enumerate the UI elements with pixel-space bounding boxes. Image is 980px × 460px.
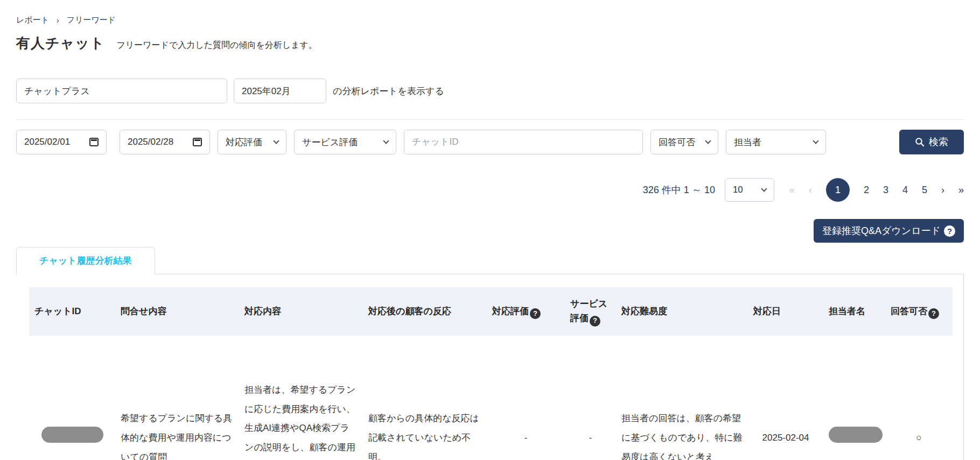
page-title: 有人チャット — [16, 34, 104, 53]
cell-date: 2025-02-04 — [748, 336, 823, 460]
agent-select[interactable]: 担当者 — [726, 130, 826, 154]
search-button[interactable]: 検索 — [899, 130, 964, 154]
table-row: 希望するプランに関する具体的な費用や運用内容についての質問 担当者は、希望するプ… — [29, 336, 953, 460]
chat-id-input[interactable] — [404, 130, 643, 154]
redacted-agent-name — [829, 427, 883, 443]
page-size-select-value: 10 — [733, 185, 743, 195]
pager-last-button[interactable]: » — [958, 185, 964, 196]
breadcrumb-reports-link[interactable]: レポート — [16, 15, 49, 25]
search-button-label: 検索 — [929, 136, 948, 148]
col-header-response-rating: 対応評価? — [487, 287, 565, 336]
download-button-label: 登録推奨Q&Aダウンロード — [822, 224, 941, 237]
col-header-difficulty: 対応難易度 — [616, 287, 748, 336]
col-header-inquiry: 問合せ内容 — [115, 287, 239, 336]
date-to-input[interactable]: 2025/02/28 — [120, 130, 210, 154]
tab-bar: チャット履歴分析結果 — [16, 247, 964, 274]
help-icon[interactable]: ? — [944, 225, 955, 237]
answerable-select[interactable]: 回答可否 — [650, 130, 718, 154]
help-icon[interactable]: ? — [590, 316, 600, 327]
pager-page-3[interactable]: 3 — [883, 185, 888, 196]
date-from-value: 2025/02/01 — [24, 137, 70, 147]
cell-response-rating: - — [487, 336, 565, 460]
analysis-table: チャットID 問合せ内容 対応内容 対応後の顧客の反応 対応評価? サービス評価… — [29, 287, 953, 460]
pager-prev-button[interactable]: ‹ — [809, 185, 812, 196]
month-input[interactable] — [234, 79, 326, 103]
breadcrumb-freeword-link[interactable]: フリーワード — [67, 15, 116, 25]
help-icon[interactable]: ? — [530, 308, 541, 319]
analysis-table-container: チャットID 問合せ内容 対応内容 対応後の顧客の反応 対応評価? サービス評価… — [16, 274, 964, 460]
redacted-chat-id — [41, 427, 103, 443]
help-icon[interactable]: ? — [928, 308, 939, 319]
cell-difficulty: 担当者の回答は、顧客の希望に基づくものであり、特に難易度は高くないと考え — [616, 336, 748, 460]
pager-next-button[interactable]: › — [941, 185, 944, 196]
calendar-icon[interactable] — [89, 138, 99, 146]
cell-response: 担当者は、希望するプランに応じた費用案内を行い、生成AI連携やQA検索プランの説… — [239, 336, 363, 460]
agent-select-value: 担当者 — [734, 136, 761, 148]
pager: « ‹ 1 2 3 4 5 › » — [789, 178, 964, 202]
chevron-down-icon — [383, 138, 389, 144]
cell-chat-id — [29, 336, 115, 460]
breadcrumb-separator-icon: › — [57, 16, 59, 25]
cell-agent-name — [823, 336, 885, 460]
service-rating-select-value: サービス評価 — [302, 136, 358, 148]
report-page: レポート › フリーワード 有人チャット フリーワードで入力した質問の傾向を分析… — [0, 0, 980, 460]
pagination-row: 326 件中 1 ～ 10 10 « ‹ 1 2 3 4 5 › » — [16, 178, 964, 202]
service-rating-select[interactable]: サービス評価 — [294, 130, 396, 154]
response-rating-select-value: 対応評価 — [226, 136, 262, 148]
date-to-value: 2025/02/28 — [128, 137, 173, 147]
chevron-down-icon — [761, 186, 767, 192]
breadcrumb: レポート › フリーワード — [16, 15, 964, 25]
download-row: 登録推奨Q&Aダウンロード ? — [16, 219, 964, 243]
pager-first-button[interactable]: « — [789, 185, 795, 196]
selector-suffix-text: の分析レポートを表示する — [333, 85, 444, 97]
cell-customer-reaction: 顧客からの具体的な反応は記載されていないため不明。 — [363, 336, 487, 460]
tab-chat-history-analysis[interactable]: チャット履歴分析結果 — [16, 247, 155, 274]
chevron-down-icon — [705, 138, 711, 144]
report-selector-row: の分析レポートを表示する — [16, 79, 964, 103]
response-rating-select[interactable]: 対応評価 — [218, 130, 286, 154]
answerable-select-value: 回答可否 — [659, 136, 695, 148]
cell-service-rating: - — [565, 336, 616, 460]
table-header-row: チャットID 問合せ内容 対応内容 対応後の顧客の反応 対応評価? サービス評価… — [29, 287, 953, 336]
search-icon — [915, 137, 925, 147]
col-header-date: 対応日 — [748, 287, 823, 336]
product-input[interactable] — [16, 79, 227, 103]
col-header-response: 対応内容 — [239, 287, 363, 336]
col-header-customer-reaction: 対応後の顧客の反応 — [363, 287, 487, 336]
chevron-down-icon — [813, 138, 818, 144]
col-header-chat-id: チャットID — [29, 287, 115, 336]
cell-inquiry: 希望するプランに関する具体的な費用や運用内容についての質問 — [115, 336, 239, 460]
title-row: 有人チャット フリーワードで入力した質問の傾向を分析します。 — [16, 34, 964, 53]
chevron-down-icon — [273, 138, 279, 144]
page-subtitle: フリーワードで入力した質問の傾向を分析します。 — [116, 40, 317, 51]
filter-row: 2025/02/01 2025/02/28 対応評価 サービス評価 回答可否 担… — [16, 130, 964, 154]
pager-page-1-active[interactable]: 1 — [826, 178, 850, 202]
download-recommended-qa-button[interactable]: 登録推奨Q&Aダウンロード ? — [814, 219, 964, 243]
pager-page-5[interactable]: 5 — [922, 185, 927, 196]
col-header-service-rating: サービス評価? — [565, 287, 616, 336]
pager-page-2[interactable]: 2 — [864, 185, 869, 196]
pager-page-4[interactable]: 4 — [902, 185, 908, 196]
page-size-select[interactable]: 10 — [725, 178, 774, 202]
section-divider — [16, 119, 964, 120]
col-header-agent-name: 担当者名 — [823, 287, 885, 336]
cell-answerable: ○ — [885, 336, 953, 460]
col-header-answerable: 回答可否? — [885, 287, 953, 336]
date-from-input[interactable]: 2025/02/01 — [16, 130, 107, 154]
results-summary: 326 件中 1 ～ 10 — [643, 183, 715, 196]
calendar-icon[interactable] — [193, 138, 202, 146]
